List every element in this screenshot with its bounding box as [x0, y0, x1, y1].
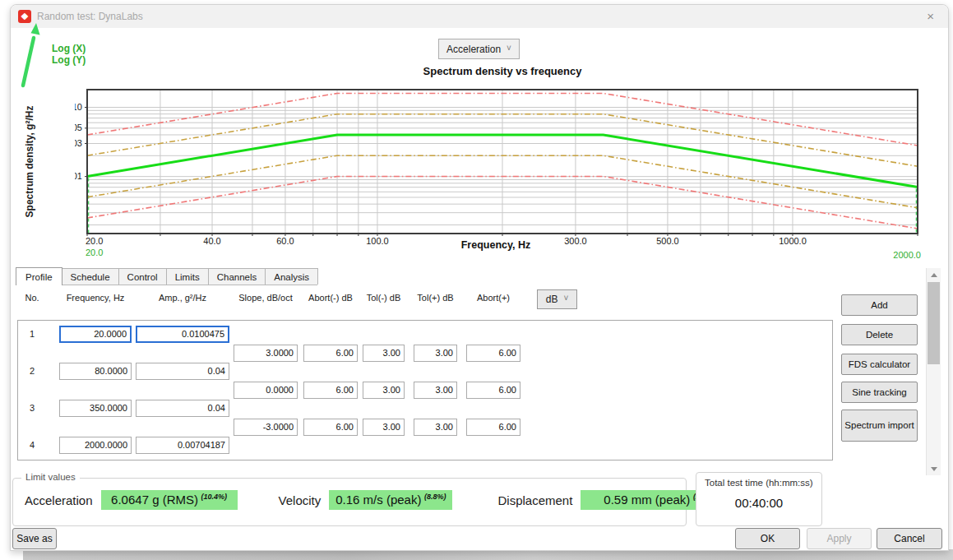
- apply-button[interactable]: Apply: [807, 528, 872, 549]
- x-tick-label: 300.0: [564, 236, 587, 246]
- limit-values-row: Acceleration6.0647 g (RMS) (10.4%)Veloci…: [25, 490, 738, 510]
- limit-values-group: Limit values Acceleration6.0647 g (RMS) …: [12, 478, 687, 526]
- slope-input-1[interactable]: 3.0000: [234, 345, 298, 362]
- velocity-label: Velocity: [279, 493, 322, 507]
- spectrum-import-button[interactable]: Spectrum import: [841, 410, 918, 442]
- velocity-limit-value: 0.16 m/s (peak) (8.8%): [329, 490, 452, 510]
- tab-analysis[interactable]: Analysis: [265, 268, 318, 285]
- acceleration-tolerance-percent: (10.4%): [199, 493, 227, 501]
- abort-minus-input-2[interactable]: 6.00: [303, 382, 358, 399]
- tab-schedule[interactable]: Schedule: [62, 268, 119, 285]
- row-number-4: 4: [21, 437, 44, 454]
- tab-control[interactable]: Control: [118, 268, 167, 285]
- y-tick-label: 0.01: [75, 171, 82, 181]
- tol-plus-input-1[interactable]: 3.00: [414, 345, 457, 362]
- tab-profile[interactable]: Profile: [16, 267, 62, 285]
- log-y-toggle[interactable]: Log (Y): [52, 54, 86, 66]
- acceleration-label: Acceleration: [25, 493, 93, 507]
- frequency-input-3[interactable]: 350.0000: [59, 400, 132, 417]
- scroll-down-arrow-icon[interactable]: [927, 462, 941, 475]
- abort-plus-input-1[interactable]: 6.00: [466, 345, 520, 362]
- window-title: Random test: DynaLabs: [37, 11, 143, 22]
- abort-minus-input-1[interactable]: 6.00: [303, 345, 358, 362]
- amplitude-input-1[interactable]: 0.0100475: [136, 326, 229, 343]
- tol-minus-input-1[interactable]: 3.00: [363, 345, 405, 362]
- spectrum-chart: 20.040.060.0100.0300.0500.01000.00.100.0…: [75, 83, 930, 260]
- titlebar: ❖ Random test: DynaLabs ×: [11, 5, 948, 28]
- abort-plus-input-2[interactable]: 6.00: [466, 382, 520, 399]
- scroll-up-arrow-icon[interactable]: [927, 268, 941, 281]
- y-tick-label: 0.05: [75, 123, 82, 132]
- random-test-dialog: ❖ Random test: DynaLabs × Acceleration ˅…: [10, 4, 949, 551]
- ok-button[interactable]: OK: [735, 528, 800, 549]
- frequency-input-4[interactable]: 2000.0000: [59, 437, 132, 454]
- cancel-button[interactable]: Cancel: [877, 528, 942, 549]
- scrollbar-thumb[interactable]: [928, 282, 940, 364]
- signal-type-value: Acceleration: [446, 44, 501, 55]
- tab-bar: ProfileScheduleControlLimitsChannelsAnal…: [16, 267, 317, 285]
- total-test-time-value: 00:40:00: [696, 496, 821, 510]
- frequency-input-2[interactable]: 80.0000: [59, 363, 132, 380]
- signal-type-dropdown[interactable]: Acceleration ˅: [438, 39, 520, 59]
- range-start-label: 20.0: [86, 248, 103, 257]
- amplitude-input-3[interactable]: 0.04: [136, 400, 229, 417]
- chevron-down-icon: ˅: [563, 294, 568, 303]
- velocity-tolerance-percent: (8.8%): [422, 493, 446, 501]
- x-axis-label: Frequency, Hz: [461, 239, 531, 251]
- row-number-3: 3: [21, 400, 44, 417]
- add-button[interactable]: Add: [841, 294, 918, 316]
- x-tick-label: 100.0: [366, 236, 389, 246]
- tab-channels[interactable]: Channels: [208, 268, 266, 285]
- row-number-2: 2: [21, 363, 44, 380]
- tol-plus-input-2[interactable]: 3.00: [414, 382, 457, 399]
- units-dropdown[interactable]: dB ˅: [537, 289, 577, 309]
- amplitude-input-4[interactable]: 0.00704187: [136, 437, 229, 454]
- units-value: dB: [546, 294, 558, 305]
- tol-minus-input-3[interactable]: 3.00: [363, 419, 405, 436]
- displacement-label: Displacement: [497, 493, 572, 507]
- frequency-input-1[interactable]: 20.0000: [59, 326, 132, 343]
- vertical-scrollbar[interactable]: [926, 268, 941, 475]
- log-x-toggle[interactable]: Log (X): [52, 43, 86, 54]
- x-tick-label: 20.0: [86, 236, 103, 246]
- row-number-1: 1: [21, 326, 44, 343]
- total-test-time-group: Total test time (hh:mm:ss) 00:40:00: [696, 472, 822, 526]
- y-tick-label: 0.10: [75, 102, 82, 112]
- x-tick-label: 500.0: [656, 236, 679, 246]
- amplitude-input-2[interactable]: 0.04: [136, 363, 229, 380]
- sine-tracking-button[interactable]: Sine tracking: [841, 382, 918, 403]
- x-tick-label: 1000.0: [779, 236, 807, 246]
- column-header-abort: Abort(+): [451, 293, 535, 306]
- slope-input-2[interactable]: 0.0000: [234, 382, 298, 399]
- x-tick-label: 40.0: [203, 236, 220, 246]
- fds-calculator-button[interactable]: FDS calculator: [841, 354, 918, 375]
- abort-minus-input-3[interactable]: 6.00: [303, 419, 358, 436]
- tol-minus-input-2[interactable]: 3.00: [363, 382, 405, 399]
- tab-limits[interactable]: Limits: [166, 268, 209, 285]
- x-tick-label: 60.0: [276, 236, 294, 246]
- y-axis-label: Spectrum density, g²/Hz: [24, 90, 35, 234]
- app-icon: ❖: [18, 10, 31, 23]
- acceleration-limit-value: 6.0647 g (RMS) (10.4%): [101, 490, 238, 510]
- total-test-time-label: Total test time (hh:mm:ss): [705, 478, 813, 488]
- abort-plus-input-3[interactable]: 6.00: [466, 419, 520, 436]
- chart-title: Spectrum density vs frequency: [76, 65, 928, 77]
- slope-input-3[interactable]: -3.0000: [234, 419, 298, 436]
- limit-values-legend: Limit values: [21, 472, 80, 482]
- save-as-button[interactable]: Save as: [12, 528, 57, 549]
- delete-button[interactable]: Delete: [841, 324, 918, 345]
- range-end-label: 2000.0: [893, 250, 921, 260]
- chevron-down-icon: ˅: [507, 44, 511, 53]
- y-tick-label: 0.03: [75, 138, 82, 148]
- tol-plus-input-3[interactable]: 3.00: [414, 419, 457, 436]
- close-icon[interactable]: ×: [923, 9, 937, 23]
